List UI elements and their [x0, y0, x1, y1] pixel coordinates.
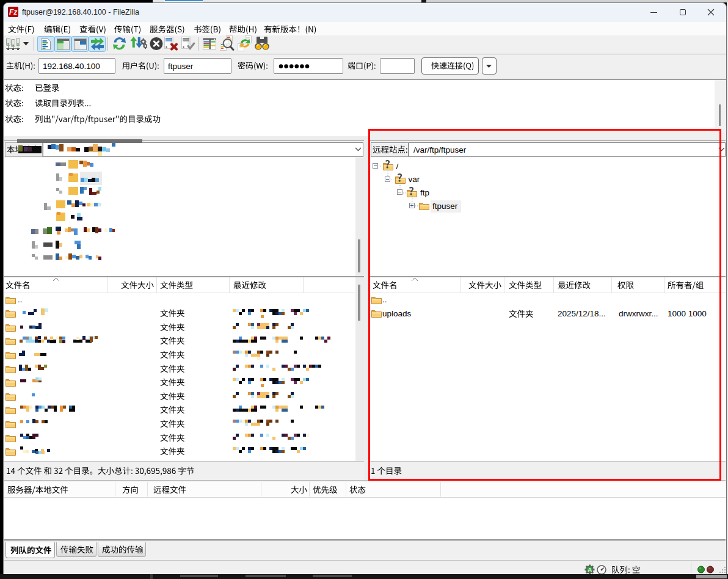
svg-text:Fz: Fz — [9, 8, 17, 16]
svg-text:A: A — [588, 566, 592, 573]
